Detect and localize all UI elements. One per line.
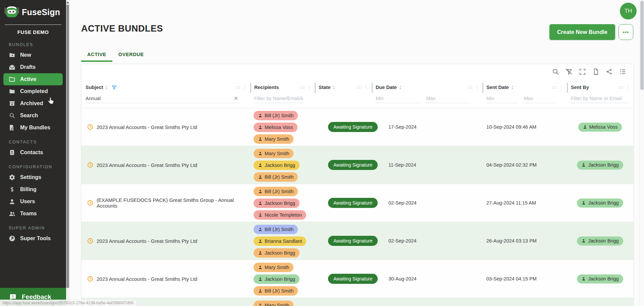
sidebar-item-search[interactable]: Search	[0, 110, 66, 122]
sidebar-item-new[interactable]: New	[0, 49, 66, 61]
sent-date-cell: 04-Sep-2024 02:32 PM	[482, 146, 567, 184]
column-header-state[interactable]: State	[315, 79, 372, 108]
sidebar-section-label-bundles: BUNDLES	[0, 36, 66, 49]
column-drag-handle-icon[interactable]	[618, 85, 624, 90]
recipient-chip[interactable]: Mary Smith	[254, 263, 293, 272]
recipient-chip[interactable]: Bill (Jr) Smith	[254, 111, 298, 120]
fusesign-logo[interactable]: FuseSign	[0, 0, 66, 25]
column-menu-icon[interactable]	[307, 85, 312, 90]
recipient-chip[interactable]: Brianna Sandlant	[254, 236, 306, 246]
sidebar-item-my-bundles[interactable]: My Bundles	[0, 122, 66, 134]
recipient-chip[interactable]: Mary Smith	[254, 134, 293, 144]
sidebar-item-billing[interactable]: Billing	[0, 183, 66, 195]
toolbar-fullscreen-button[interactable]	[578, 68, 586, 76]
sidebar-item-super-tools[interactable]: Super Tools	[0, 232, 66, 245]
column-menu-icon[interactable]	[242, 85, 248, 90]
sort-icon[interactable]	[398, 85, 403, 90]
table-row[interactable]: 2023 Annual Accounts - Great Smiths Pty …	[82, 146, 633, 184]
sidebar-item-contacts[interactable]: Contacts	[0, 146, 66, 159]
subject-cell: 2023 Annual Accounts - Great Smiths Pty …	[82, 222, 250, 260]
recipients-filter-input[interactable]	[254, 96, 303, 101]
recipient-name: Jackson Brigg	[265, 163, 295, 168]
sidebar-scrollbar[interactable]	[66, 0, 69, 306]
recipient-chip[interactable]: Jackson Brigg	[254, 248, 300, 258]
column-drag-handle-icon[interactable]	[551, 85, 557, 90]
column-menu-icon[interactable]	[474, 85, 480, 90]
sent-by-chip[interactable]: Melissa Voss	[578, 123, 622, 132]
table-row[interactable]: 2023 Annual Accounts - Great Smiths Pty …	[82, 108, 633, 146]
sidebar-scrollbar-thumb[interactable]	[66, 5, 69, 288]
sort-icon[interactable]	[331, 85, 336, 90]
sidebar-item-archived[interactable]: Archived	[0, 97, 66, 110]
tab-active[interactable]: ACTIVE	[81, 50, 112, 62]
subject-filter-input[interactable]	[86, 96, 233, 101]
column-header-recipients[interactable]: Recipients	[250, 79, 315, 108]
sidebar-item-teams[interactable]: Teams	[0, 208, 66, 220]
recipients-cell: Mary Smith	[250, 298, 315, 306]
user-avatar[interactable]: TH	[620, 3, 637, 19]
column-drag-handle-icon[interactable]	[467, 85, 473, 90]
sort-icon[interactable]	[104, 85, 109, 90]
due-date-max-input[interactable]	[426, 96, 471, 101]
column-menu-icon[interactable]	[364, 85, 369, 90]
scrollbar-up-arrow-icon[interactable]	[66, 1, 69, 3]
recipient-chip[interactable]: Melissa Voss	[254, 123, 298, 132]
column-menu-icon[interactable]	[559, 85, 564, 90]
due-date-min-input[interactable]	[376, 96, 420, 101]
toolbar-density-button[interactable]	[619, 68, 627, 76]
column-header-sent-by[interactable]: Sent By	[567, 79, 633, 108]
recipient-chip[interactable]: Mary Smith	[254, 149, 293, 158]
recipient-chip[interactable]: Bill (Jr) Smith	[254, 225, 298, 234]
table-row[interactable]: (EXAMPLE FUSEDOCS PACK) Great Smiths Gro…	[82, 184, 633, 222]
tab-overdue[interactable]: OVERDUE	[112, 50, 150, 62]
more-options-button[interactable]: •••	[619, 24, 633, 40]
search-icon	[552, 72, 559, 77]
clear-filter-icon[interactable]	[233, 95, 239, 101]
column-header-sent-date[interactable]: Sent Date	[482, 79, 567, 108]
person-icon	[258, 201, 263, 206]
table-row[interactable]: 2023 Annual Accounts - Great Smiths Pty …	[82, 260, 633, 298]
table-row[interactable]: Mary Smith	[82, 298, 633, 306]
sent-by-chip[interactable]: Jackson Brigg	[577, 199, 623, 208]
sidebar-item-drafts[interactable]: Drafts	[0, 61, 66, 73]
recipient-chip[interactable]: Jackson Brigg	[254, 274, 300, 284]
sidebar-item-active[interactable]: Active	[3, 73, 63, 85]
column-menu-icon[interactable]	[625, 85, 631, 90]
toolbar-export-csv-button[interactable]: csv	[592, 68, 600, 76]
page-scrollbar-thumb[interactable]	[640, 1, 644, 90]
recipient-chip[interactable]: Bill (Jr) Smith	[254, 286, 298, 296]
sent-date-max-input[interactable]	[524, 96, 555, 101]
page-scrollbar[interactable]	[639, 0, 644, 306]
sidebar-item-settings[interactable]: Settings	[0, 171, 66, 183]
column-drag-handle-icon[interactable]	[299, 85, 305, 90]
toolbar-filter-off-button[interactable]	[565, 68, 573, 76]
toolbar-search-button[interactable]	[551, 68, 559, 76]
sent-by-chip[interactable]: Jackson Brigg	[577, 274, 623, 283]
create-new-bundle-button[interactable]: Create New Bundle	[549, 24, 615, 40]
sort-icon[interactable]	[510, 85, 515, 90]
sent-by-chip[interactable]: Jackson Brigg	[577, 236, 623, 246]
recipient-chip[interactable]: Nicole Templeton	[254, 210, 306, 220]
column-header-subject[interactable]: Subject	[82, 79, 250, 108]
sent-date-cell	[482, 298, 567, 306]
filter-active-icon[interactable]	[111, 85, 117, 90]
sidebar-item-completed[interactable]: Completed	[0, 85, 66, 97]
table-row[interactable]: 2023 Annual Accounts - Great Smiths Pty …	[82, 222, 633, 260]
column-drag-handle-icon[interactable]	[356, 85, 362, 90]
recipient-chip[interactable]: Mary Smith	[254, 301, 293, 306]
column-drag-handle-icon[interactable]	[235, 85, 241, 90]
recipient-chip[interactable]: Jackson Brigg	[254, 199, 300, 208]
toolbar-share-button[interactable]	[605, 68, 613, 76]
sidebar-item-users[interactable]: Users	[0, 195, 66, 208]
sent-by-chip[interactable]: Jackson Brigg	[577, 161, 623, 170]
recipient-chip[interactable]: Jackson Brigg	[254, 161, 300, 170]
sent-by-name: Jackson Brigg	[588, 162, 619, 168]
recipient-chip[interactable]: Bill (Jr) Smith	[254, 172, 298, 182]
recipient-chip[interactable]: Bill (Jr) Smith	[254, 187, 298, 196]
person-icon	[258, 125, 263, 130]
column-header-due-date[interactable]: Due Date	[372, 79, 482, 108]
recipient-name: Bill (Jr) Smith	[265, 288, 293, 294]
column-label-subject: Subject	[86, 85, 103, 90]
sent-date-min-input[interactable]	[486, 96, 518, 101]
sent-by-filter-input[interactable]	[571, 96, 628, 101]
